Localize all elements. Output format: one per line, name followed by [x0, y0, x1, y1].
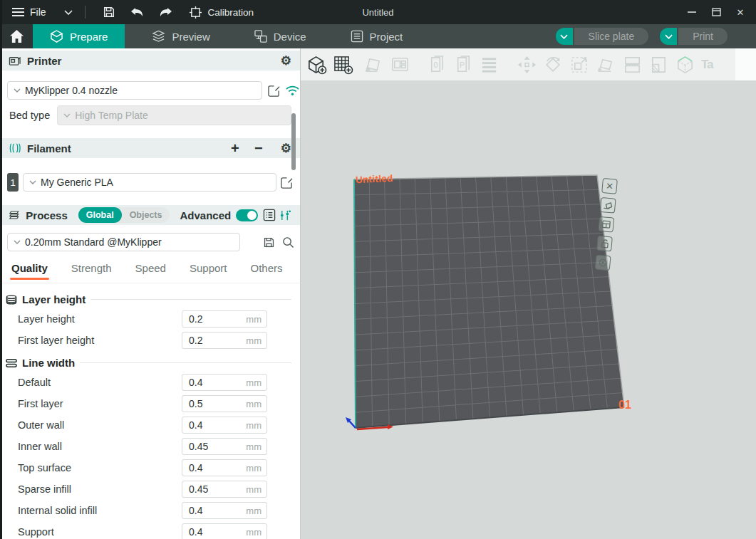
- setting-label: First layer height: [18, 335, 182, 346]
- settings-scrollbar[interactable]: [291, 113, 296, 170]
- menu-icon[interactable]: [10, 4, 26, 20]
- setting-row: Layer heightmm: [0, 308, 300, 330]
- scope-global[interactable]: Global: [78, 207, 122, 223]
- setting-value-input[interactable]: [182, 462, 238, 473]
- setting-value-input[interactable]: [182, 483, 238, 495]
- layer-height-icon: [6, 295, 17, 305]
- tab-prepare[interactable]: Prepare: [33, 24, 125, 48]
- setting-label: Sparse infill: [18, 483, 182, 495]
- group-title: Line width: [6, 357, 294, 369]
- search-icon[interactable]: [282, 236, 294, 248]
- filament-title: Filament: [27, 142, 71, 155]
- process-section-header: Process Global Objects Advanced: [0, 205, 300, 225]
- plate-name-label[interactable]: Untitled: [356, 173, 393, 185]
- plate-lock-icon[interactable]: [596, 236, 613, 252]
- slice-dropdown[interactable]: [556, 28, 573, 45]
- printer-section-header: Printer ⚙: [0, 51, 300, 70]
- process-preset-combo[interactable]: 0.20mm Standard @MyKlipper: [7, 233, 240, 251]
- tab-speed[interactable]: Speed: [135, 262, 166, 280]
- setting-value-input[interactable]: [182, 526, 238, 538]
- tab-device[interactable]: Device: [237, 24, 323, 48]
- tab-others[interactable]: Others: [251, 262, 283, 280]
- chevron-down-icon: [14, 87, 21, 94]
- chevron-down-icon[interactable]: [61, 4, 76, 20]
- filament-icon: [9, 142, 21, 154]
- save-icon[interactable]: [101, 4, 117, 20]
- filament-slot-badge: 1: [7, 173, 19, 192]
- setting-input-box: mm: [182, 374, 267, 391]
- scope-objects[interactable]: Objects: [122, 207, 170, 223]
- setting-value-input[interactable]: [182, 313, 238, 325]
- filament-preset-value: My Generic PLA: [41, 177, 113, 188]
- setting-value-input[interactable]: [182, 335, 238, 346]
- close-button[interactable]: ✕: [730, 4, 750, 21]
- setting-row: Internal solid infillmm: [0, 500, 300, 521]
- setting-value-input[interactable]: [182, 505, 238, 516]
- view-all-settings-icon[interactable]: [263, 209, 276, 221]
- print-button-group: Print: [660, 28, 727, 45]
- setting-value-input[interactable]: [182, 398, 238, 409]
- wifi-connection-icon[interactable]: [286, 85, 299, 96]
- process-tabs: Quality Strength Speed Support Others: [0, 258, 300, 280]
- setting-row: First layermm: [0, 393, 300, 414]
- print-dropdown[interactable]: [660, 28, 677, 45]
- tab-project[interactable]: Project: [333, 24, 420, 48]
- setting-value-input[interactable]: [182, 377, 238, 388]
- printer-preset-combo[interactable]: MyKlipper 0.4 nozzle: [7, 81, 262, 100]
- undo-icon[interactable]: [130, 4, 145, 20]
- main-tabbar: Prepare Preview Device Project Slice pla…: [0, 24, 756, 48]
- plate-arrange-icon[interactable]: [598, 216, 614, 233]
- tab-support[interactable]: Support: [190, 262, 227, 280]
- save-preset-icon[interactable]: [263, 236, 275, 248]
- window-left-edge: [0, 0, 2, 539]
- setting-label: Internal solid infill: [18, 505, 182, 516]
- file-menu[interactable]: File: [30, 6, 46, 18]
- tab-preview[interactable]: Preview: [135, 24, 227, 48]
- setting-value-input[interactable]: [182, 441, 238, 452]
- printer-settings-icon[interactable]: ⚙: [281, 55, 291, 67]
- chevron-down-icon: [14, 239, 21, 246]
- tab-quality[interactable]: Quality: [11, 262, 48, 280]
- plate-auto-orient-icon[interactable]: [600, 197, 616, 214]
- tab-strength[interactable]: Strength: [71, 262, 112, 280]
- setting-unit: mm: [246, 314, 266, 325]
- setting-label: Inner wall: [18, 441, 182, 452]
- add-filament-button[interactable]: +: [227, 141, 244, 155]
- setting-value-input[interactable]: [182, 419, 238, 431]
- setting-unit: mm: [246, 463, 266, 473]
- print-button[interactable]: Print: [678, 28, 727, 45]
- process-preset-value: 0.20mm Standard @MyKlipper: [25, 236, 162, 248]
- filament-settings-icon[interactable]: ⚙: [281, 142, 291, 155]
- slice-plate-button[interactable]: Slice plate: [574, 28, 649, 45]
- bed-type-combo[interactable]: High Temp Plate: [57, 105, 291, 125]
- compare-presets-icon[interactable]: [279, 209, 291, 221]
- chevron-down-icon: [29, 179, 36, 186]
- maximize-button[interactable]: [706, 4, 726, 21]
- plate-settings-icon[interactable]: [595, 255, 611, 271]
- setting-unit: mm: [246, 335, 266, 346]
- remove-filament-button[interactable]: −: [250, 141, 267, 155]
- setting-unit: mm: [246, 441, 266, 452]
- plate-delete-icon[interactable]: ✕: [601, 178, 618, 194]
- setting-row: Defaultmm: [0, 372, 300, 393]
- setting-input-box: mm: [182, 332, 267, 349]
- calibration-icon[interactable]: [188, 4, 204, 20]
- device-icon: [254, 30, 267, 43]
- edit-printer-icon[interactable]: [268, 85, 280, 97]
- minimize-button[interactable]: [682, 4, 702, 21]
- viewport-3d[interactable]: 0 P Ta: [301, 48, 756, 539]
- calibration-label[interactable]: Calibration: [208, 7, 254, 18]
- advanced-toggle[interactable]: [236, 209, 258, 221]
- edit-filament-icon[interactable]: [281, 177, 293, 189]
- setting-row: Top surfacemm: [0, 457, 300, 478]
- chevron-down-icon: [560, 34, 568, 39]
- build-plate[interactable]: [301, 48, 756, 539]
- advanced-label: Advanced: [180, 209, 231, 221]
- bed-type-value: High Temp Plate: [75, 110, 147, 121]
- group-title: Layer height: [6, 293, 294, 305]
- filament-preset-combo[interactable]: My Generic PLA: [23, 173, 276, 192]
- preview-icon: [152, 30, 165, 43]
- home-button[interactable]: [0, 24, 33, 48]
- sidebar: Printer ⚙ MyKlipper 0.4 nozzle Bed type …: [0, 48, 301, 539]
- redo-icon[interactable]: [158, 4, 174, 20]
